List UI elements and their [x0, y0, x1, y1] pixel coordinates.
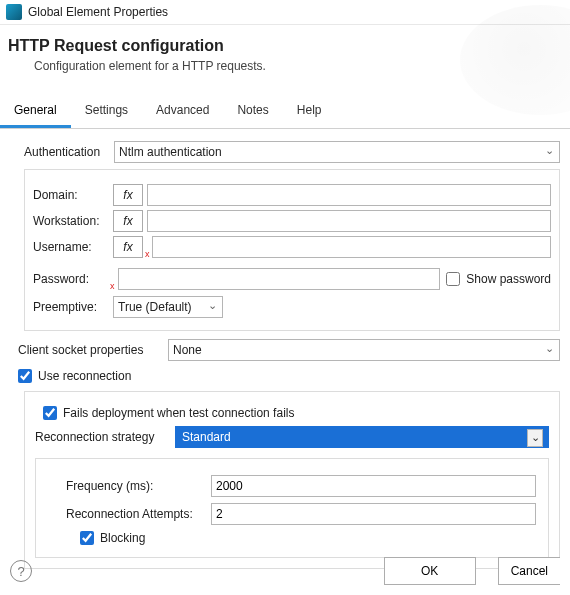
show-password-checkbox[interactable]: Show password — [446, 272, 551, 286]
attempts-input[interactable] — [211, 503, 536, 525]
tab-help[interactable]: Help — [283, 95, 336, 128]
reconnection-details: Frequency (ms): Reconnection Attempts: B… — [35, 458, 549, 558]
authentication-label: Authentication — [24, 145, 114, 159]
fx-button-domain[interactable]: fx — [113, 184, 143, 206]
blocking-input[interactable] — [80, 531, 94, 545]
fails-deployment-input[interactable] — [43, 406, 57, 420]
general-panel: Authentication Ntlm authentication Domai… — [0, 129, 570, 575]
fails-deployment-label: Fails deployment when test connection fa… — [63, 406, 294, 420]
window-title: Global Element Properties — [28, 5, 168, 19]
username-input[interactable] — [152, 236, 552, 258]
reconnection-strategy-value: Standard — [175, 426, 549, 448]
ok-button[interactable]: OK — [384, 557, 476, 585]
reconnection-strategy-select[interactable]: Standard — [175, 426, 549, 448]
auth-fieldset: Domain: fx Workstation: fx Username: fx … — [24, 169, 560, 331]
password-error-icon: x — [110, 281, 115, 291]
password-label: Password: — [33, 272, 113, 286]
client-socket-value: None — [168, 339, 560, 361]
reconnection-panel: Fails deployment when test connection fa… — [24, 391, 560, 569]
preemptive-value: True (Default) — [113, 296, 223, 318]
show-password-input[interactable] — [446, 272, 460, 286]
tab-notes[interactable]: Notes — [223, 95, 282, 128]
preemptive-select[interactable]: True (Default) — [113, 296, 223, 318]
cancel-button[interactable]: Cancel — [498, 557, 560, 585]
preemptive-label: Preemptive: — [33, 300, 113, 314]
workstation-label: Workstation: — [33, 214, 113, 228]
use-reconnection-checkbox[interactable]: Use reconnection — [18, 369, 131, 383]
frequency-label: Frequency (ms): — [66, 479, 211, 493]
tab-advanced[interactable]: Advanced — [142, 95, 223, 128]
password-input[interactable] — [118, 268, 441, 290]
domain-input[interactable] — [147, 184, 551, 206]
tab-general[interactable]: General — [0, 95, 71, 128]
reconnection-strategy-label: Reconnection strategy — [35, 430, 175, 444]
use-reconnection-input[interactable] — [18, 369, 32, 383]
dialog-header: HTTP Request configuration Configuration… — [0, 25, 570, 81]
fails-deployment-checkbox[interactable]: Fails deployment when test connection fa… — [43, 406, 294, 420]
authentication-select[interactable]: Ntlm authentication — [114, 141, 560, 163]
domain-label: Domain: — [33, 188, 113, 202]
authentication-value: Ntlm authentication — [114, 141, 560, 163]
show-password-label: Show password — [466, 272, 551, 286]
fx-button-workstation[interactable]: fx — [113, 210, 143, 232]
client-socket-select[interactable]: None — [168, 339, 560, 361]
use-reconnection-label: Use reconnection — [38, 369, 131, 383]
blocking-label: Blocking — [100, 531, 145, 545]
help-icon[interactable]: ? — [10, 560, 32, 582]
app-icon — [6, 4, 22, 20]
workstation-input[interactable] — [147, 210, 551, 232]
frequency-input[interactable] — [211, 475, 536, 497]
dialog-footer: ? OK Cancel — [0, 557, 570, 585]
username-error-icon: x — [145, 249, 150, 259]
fx-button-username[interactable]: fx — [113, 236, 143, 258]
tab-settings[interactable]: Settings — [71, 95, 142, 128]
attempts-label: Reconnection Attempts: — [66, 507, 211, 521]
blocking-checkbox[interactable]: Blocking — [80, 531, 145, 545]
client-socket-label: Client socket properties — [18, 343, 168, 357]
username-label: Username: — [33, 240, 113, 254]
